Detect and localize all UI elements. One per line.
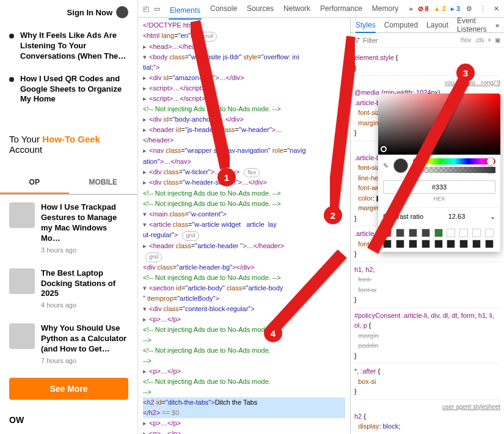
devtab-memory[interactable]: Memory: [371, 1, 400, 17]
close-icon[interactable]: ✕: [492, 4, 500, 13]
card-link[interactable]: Why You Should Use Python as a Calculato…: [0, 316, 137, 372]
stylestab-styles[interactable]: Styles: [356, 21, 376, 33]
stylestab-layout[interactable]: Layout: [426, 21, 448, 29]
dom-line[interactable]: ▸<p>…</p>: [143, 418, 345, 428]
tab-op[interactable]: OP: [0, 172, 69, 194]
dom-line[interactable]: ▸<nav class="wrapper subnav-navigation" …: [143, 145, 345, 156]
css-rule[interactable]: *, :after { box-si}: [354, 364, 500, 400]
satval-field[interactable]: [378, 94, 500, 155]
swatch[interactable]: [459, 240, 468, 248]
more-icon[interactable]: »: [495, 21, 499, 29]
dom-line[interactable]: <!-- Not injecting Ads due to No-Ads mod…: [143, 325, 345, 335]
dom-line[interactable]: " itemprop="articleBody">: [143, 293, 345, 304]
dom-line[interactable]: <div class="article-header-bg"></div>: [143, 262, 345, 273]
swatch[interactable]: [472, 240, 481, 248]
dom-line[interactable]: ▸<div class="w-header-search">…</div>: [143, 177, 345, 188]
error-badge[interactable]: ⊘ 8: [418, 5, 429, 13]
info-badge[interactable]: ▸ 3: [451, 5, 460, 13]
swatch[interactable]: [434, 229, 443, 237]
css-rules[interactable]: element.style {}you-are-usi…rong/:9@medi…: [351, 48, 504, 434]
dom-line[interactable]: <!-- Not injecting Ads due to No-Ads mod…: [143, 104, 345, 114]
dom-line[interactable]: <!DOCTYPE html>: [143, 20, 345, 31]
dom-line[interactable]: ▸<div id="body-anchor">…</div>: [143, 114, 345, 125]
article-link[interactable]: Why It Feels Like Ads Are Listening To Y…: [0, 24, 137, 68]
dom-line[interactable]: <h2 id="ditch-the-tabs">Ditch the Tabs: [143, 397, 345, 408]
dom-line[interactable]: grid: [143, 251, 345, 262]
hue-slider[interactable]: [413, 158, 495, 164]
swatch[interactable]: [459, 229, 468, 237]
card-link[interactable]: How I Use Trackpad Gestures to Manage my…: [0, 195, 137, 261]
dom-line[interactable]: <!-- Not injecting Ads due to No-Ads mod…: [143, 377, 345, 387]
dom-line[interactable]: ▸<script>…</script>: [143, 94, 345, 104]
device-icon[interactable]: ▭: [153, 4, 161, 13]
warn-badge[interactable]: ▲ 2: [434, 5, 446, 12]
dom-line[interactable]: <!-- Not injecting Ads due to No-Ads mod…: [143, 188, 345, 199]
css-rule[interactable]: element.style {}: [354, 50, 500, 76]
alpha-slider[interactable]: [413, 167, 495, 173]
kebab-icon[interactable]: ⋮: [478, 4, 487, 13]
dom-line[interactable]: ▾<section id="article-body" class="artic…: [143, 283, 345, 293]
boxmodel-icon[interactable]: ▣: [495, 37, 500, 43]
dom-line[interactable]: -->: [143, 387, 345, 397]
see-more-button[interactable]: See More: [9, 378, 128, 400]
dom-line[interactable]: ▾<main class="w-content">: [143, 209, 345, 219]
plus-icon[interactable]: +: [488, 37, 491, 43]
dom-line[interactable]: ▸<head>…</head>: [143, 42, 345, 52]
dom-line[interactable]: ▾<article class="w-article widget articl…: [143, 219, 345, 230]
filter-input[interactable]: [363, 37, 456, 44]
eyedropper-icon[interactable]: ✎: [383, 161, 389, 171]
swatch[interactable]: [472, 229, 481, 237]
dom-tree[interactable]: <!DOCTYPE html><html lang="en">scroll▸<h…: [138, 18, 350, 434]
swatch[interactable]: [485, 229, 494, 237]
dom-line[interactable]: ▸<header class="article-header ">…</head…: [143, 241, 345, 251]
dom-line[interactable]: ▸<p>…</p>: [143, 428, 345, 434]
cls-button[interactable]: .cls: [475, 37, 484, 43]
dom-line[interactable]: ation">…</nav>: [143, 156, 345, 167]
swatch[interactable]: [447, 240, 455, 248]
dom-line[interactable]: ▾<body class="w-website js-tldr" style="…: [143, 52, 345, 62]
swatch[interactable]: [422, 229, 430, 237]
devtab-network[interactable]: Network: [282, 1, 312, 17]
gear-icon[interactable]: ⚙: [465, 4, 473, 13]
swatch[interactable]: [434, 240, 443, 248]
swatch[interactable]: [383, 229, 392, 237]
contrast-row[interactable]: Contrast ratio 12.63 ⌄: [378, 207, 500, 226]
dom-line[interactable]: ▸<header id="js-header" class="w-header"…: [143, 125, 345, 135]
devtab-elements[interactable]: Elements: [169, 2, 202, 20]
dom-line[interactable]: </header>: [143, 135, 345, 145]
color-picker[interactable]: ✎ HEX Contrast ratio: [378, 94, 500, 252]
dom-line[interactable]: -->: [143, 356, 345, 366]
swatch[interactable]: [396, 229, 404, 237]
dom-line[interactable]: </h2> == $0: [143, 408, 345, 418]
article-link[interactable]: How I Used QR Codes and Google Sheets to…: [0, 68, 137, 111]
dom-line[interactable]: <!-- Not injecting Ads due to No-Ads mod…: [143, 345, 345, 356]
dom-line[interactable]: ▾<div class="content-block-regular">: [143, 304, 345, 314]
dom-line[interactable]: ▸<script>…</script>: [143, 83, 345, 94]
stylestab-computed[interactable]: Computed: [384, 21, 418, 29]
card-link[interactable]: The Best Laptop Docking Stations of 2025…: [0, 261, 137, 317]
inspect-icon[interactable]: ◰: [142, 4, 150, 13]
dom-line[interactable]: tial;">: [143, 62, 345, 73]
swatch[interactable]: [447, 229, 455, 237]
tab-mobile[interactable]: MOBILE: [69, 172, 138, 194]
devtab-performance[interactable]: Performance: [319, 1, 363, 17]
swatch[interactable]: [396, 240, 404, 248]
chevron-down-icon[interactable]: ⌄: [490, 211, 495, 222]
swatch[interactable]: [383, 240, 392, 248]
swatch[interactable]: [485, 240, 494, 248]
dom-line[interactable]: ▸<p>…</p>: [143, 314, 345, 325]
dom-line[interactable]: <!-- Not injecting Ads due to No-Ads mod…: [143, 199, 345, 209]
css-rule[interactable]: user agent stylesheeth2 { display: block…: [354, 400, 500, 435]
swatch[interactable]: [422, 240, 430, 248]
more-tabs-icon[interactable]: »: [409, 5, 412, 12]
stylestab-event-listeners[interactable]: Event Listeners: [457, 18, 487, 34]
dom-line[interactable]: ▸<div class="w-ticker">…</div> flex: [143, 167, 345, 178]
devtab-console[interactable]: Console: [209, 1, 238, 17]
swatch[interactable]: [409, 240, 417, 248]
dom-line[interactable]: ut-regular"> grid: [143, 230, 345, 241]
dom-line[interactable]: -->: [143, 335, 345, 345]
sv-thumb[interactable]: [381, 146, 387, 152]
dom-line[interactable]: <!-- Not injecting Ads due to No-Ads mod…: [143, 273, 345, 283]
css-rule[interactable]: #policyConsent .article-li, div, dl, dt,…: [354, 308, 500, 364]
dom-line[interactable]: <html lang="en">scroll: [143, 31, 345, 42]
